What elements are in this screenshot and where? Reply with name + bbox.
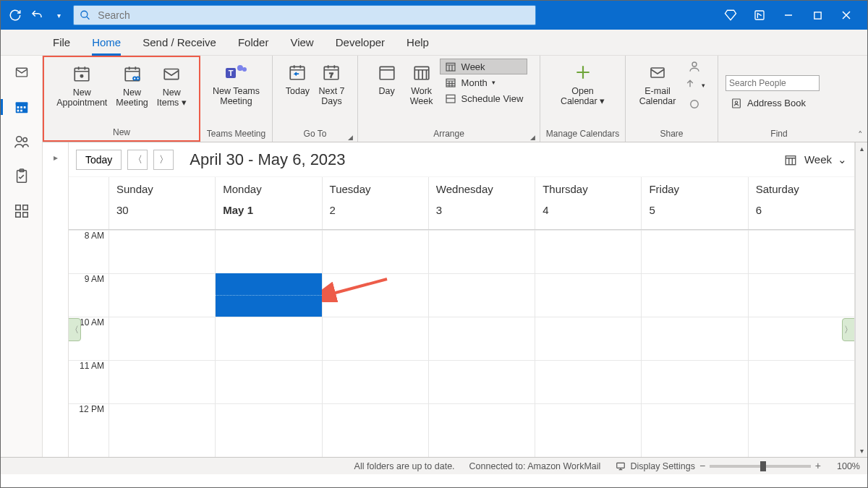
tab-view[interactable]: View <box>290 30 313 55</box>
next7-icon: 7 <box>319 61 344 83</box>
day-column-tuesday[interactable] <box>322 230 428 457</box>
svg-rect-21 <box>125 68 140 80</box>
hour-label: 12 PM <box>69 403 109 447</box>
prev-appointment-indicator[interactable]: 〈 <box>69 318 81 341</box>
share-icon <box>687 60 702 73</box>
hour-label: 8 AM <box>69 230 109 273</box>
zoom-slider[interactable] <box>710 465 811 468</box>
undo-icon[interactable] <box>28 7 46 24</box>
svg-rect-42 <box>786 155 796 164</box>
new-meeting-button[interactable]: New Meeting <box>111 59 152 108</box>
svg-rect-10 <box>20 110 22 112</box>
maximize-button[interactable] <box>811 9 824 22</box>
ribbon-group-label: New <box>47 127 196 140</box>
day-header-wednesday[interactable]: Wednesday3 <box>428 177 535 229</box>
tab-folder[interactable]: Folder <box>238 30 269 55</box>
ribbon-group-label: Share <box>629 129 715 142</box>
day-header-saturday[interactable]: Saturday6 <box>748 177 854 229</box>
mail-icon[interactable] <box>11 63 33 82</box>
day-column-saturday[interactable] <box>748 230 854 457</box>
collapse-ribbon-icon[interactable]: ˄ <box>858 129 863 140</box>
tab-developer[interactable]: Developer <box>336 30 385 55</box>
selected-timeslot[interactable] <box>216 273 321 317</box>
tasks-icon[interactable] <box>11 167 33 186</box>
email-calendar-button[interactable]: E-mail Calendar <box>635 57 681 107</box>
day-view-icon <box>375 61 399 83</box>
calendar-small-icon <box>783 153 799 166</box>
people-icon[interactable] <box>11 132 33 151</box>
qat-customize-icon[interactable]: ▾ <box>50 7 67 24</box>
date-range-title: April 30 - May 6, 2023 <box>190 150 345 169</box>
new-appointment-button[interactable]: New Appointment <box>52 59 111 108</box>
publish-button[interactable]: ▾ <box>680 76 708 95</box>
vertical-scrollbar[interactable]: ▴ ▾ <box>855 142 867 457</box>
coming-soon-icon[interactable] <box>753 9 766 22</box>
day-header-thursday[interactable]: Thursday4 <box>535 177 641 229</box>
day-header-sunday[interactable]: Sunday30 <box>109 177 215 229</box>
day-header-tuesday[interactable]: Tuesday2 <box>322 177 428 229</box>
day-view-button[interactable]: Day <box>370 57 404 96</box>
minimize-button[interactable] <box>782 9 795 22</box>
teams-meeting-button[interactable]: T New Teams Meeting <box>208 57 264 107</box>
ribbon-group-manage: Open Calendar ▾ Manage Calendars <box>540 56 626 142</box>
new-items-button[interactable]: New Items ▾ <box>153 59 191 108</box>
open-calendar-button[interactable]: Open Calendar ▾ <box>556 57 609 107</box>
day-column-thursday[interactable] <box>535 230 641 457</box>
today-button-ribbon[interactable]: Today <box>281 57 314 96</box>
schedule-icon <box>444 93 457 104</box>
tab-send-receive[interactable]: Send / Receive <box>142 30 216 55</box>
day-header-friday[interactable]: Friday5 <box>641 177 747 229</box>
day-column-wednesday[interactable] <box>428 230 535 457</box>
dialog-launcher-icon[interactable]: ◢ <box>530 134 535 141</box>
ribbon-group-teams: T New Teams Meeting Teams Meeting <box>200 56 273 142</box>
permissions-button[interactable] <box>684 95 705 114</box>
search-wrapper <box>73 5 536 25</box>
month-view-button[interactable]: Month ▾ <box>440 74 528 90</box>
ribbon: New Appointment New Meeting New Items ▾ … <box>43 56 867 142</box>
display-settings-button[interactable]: Display Settings <box>615 461 695 471</box>
tab-help[interactable]: Help <box>407 30 429 55</box>
svg-rect-7 <box>20 106 22 108</box>
scroll-up-icon[interactable]: ▴ <box>856 142 867 155</box>
premium-icon[interactable] <box>724 9 737 22</box>
share-calendar-button[interactable] <box>684 57 705 76</box>
scroll-down-icon[interactable]: ▾ <box>856 445 867 457</box>
search-box[interactable] <box>73 5 536 25</box>
address-book-button[interactable]: Address Book <box>726 95 810 111</box>
tab-home[interactable]: Home <box>92 30 121 55</box>
svg-point-39 <box>691 100 699 108</box>
next-week-button[interactable]: 〉 <box>153 150 174 170</box>
teams-icon: T <box>224 61 248 83</box>
day-column-monday[interactable] <box>215 230 321 457</box>
hour-label: 11 AM <box>69 360 109 403</box>
next-appointment-indicator[interactable]: 〉 <box>842 318 854 341</box>
week-icon <box>444 61 457 72</box>
ribbon-group-label: Teams Meeting <box>203 129 269 142</box>
view-picker[interactable]: Week ⌄ <box>783 153 847 166</box>
calendar-grid[interactable]: 8 AM 9 AM 10 AM 11 AM 12 PM <box>69 230 854 457</box>
prev-week-button[interactable]: 〈 <box>127 150 148 170</box>
ribbon-group-goto: Today 7 Next 7 Days Go To◢ <box>273 56 358 142</box>
week-view-button[interactable]: Week <box>440 59 528 74</box>
dialog-launcher-icon[interactable]: ◢ <box>348 134 353 141</box>
day-column-friday[interactable] <box>641 230 747 457</box>
title-bar: ▾ <box>1 1 867 30</box>
svg-rect-37 <box>651 68 664 77</box>
search-people-input[interactable] <box>726 75 820 91</box>
more-apps-icon[interactable] <box>11 202 33 221</box>
close-button[interactable] <box>840 9 853 22</box>
day-column-sunday[interactable] <box>109 230 215 457</box>
next-7-days-button[interactable]: 7 Next 7 Days <box>314 57 349 107</box>
ribbon-group-label: Manage Calendars <box>543 129 622 142</box>
work-week-button[interactable]: Work Week <box>405 57 438 107</box>
folder-pane-toggle[interactable]: ▸ <box>43 142 69 457</box>
search-input[interactable] <box>98 9 529 21</box>
svg-rect-17 <box>15 213 20 217</box>
today-button[interactable]: Today <box>76 150 122 170</box>
day-header-monday[interactable]: MondayMay 1 <box>215 177 321 229</box>
tab-file[interactable]: File <box>53 30 70 55</box>
schedule-view-button[interactable]: Schedule View <box>440 90 528 106</box>
sync-icon[interactable] <box>7 7 24 24</box>
calendar-icon[interactable] <box>11 98 33 116</box>
ribbon-tabs: File Home Send / Receive Folder View Dev… <box>1 30 867 56</box>
